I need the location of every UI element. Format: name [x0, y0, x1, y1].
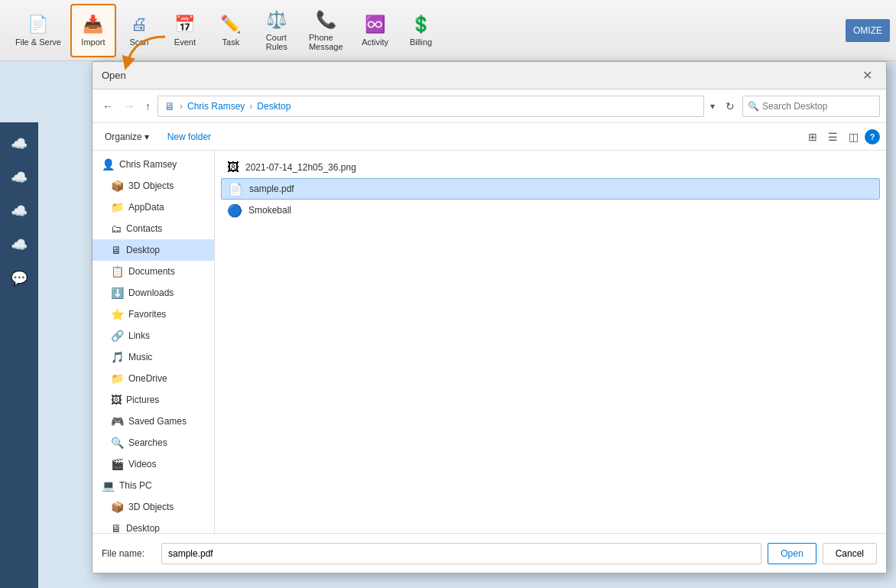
- task-icon: ✏️: [220, 15, 241, 34]
- sidebar-item-documents[interactable]: 📋 Documents: [93, 261, 214, 282]
- sidebar-label-music: Music: [128, 352, 152, 362]
- sidebar-item-searches[interactable]: 🔍 Searches: [93, 432, 214, 453]
- thispc-3d-icon: 📦: [111, 501, 124, 513]
- links-icon: 🔗: [111, 330, 124, 342]
- scan-icon: 🖨: [131, 15, 148, 34]
- sidebar-item-appdata[interactable]: 📁 AppData: [93, 197, 214, 218]
- toolbar-label-event: Event: [174, 37, 196, 47]
- filename-input[interactable]: [161, 543, 761, 564]
- sidebar-item-links[interactable]: 🔗 Links: [93, 325, 214, 346]
- filename-label: File name:: [102, 548, 155, 559]
- nav-forward-button[interactable]: →: [120, 98, 138, 115]
- favorites-icon: ⭐: [111, 308, 124, 320]
- screenshot-file-icon: 🖼: [227, 161, 239, 174]
- modal-body: 👤 Chris Ramsey 📦 3D Objects 📁 AppData 🗂 …: [93, 151, 886, 533]
- sidebar-label-searches: Searches: [128, 437, 167, 448]
- toolbar: 📄 File & Serve 📥 Import 🖨 Scan 📅 Event ✏…: [0, 0, 896, 61]
- sidebar-item-3d-objects[interactable]: 📦 3D Objects: [93, 175, 214, 197]
- saved-games-icon: 🎮: [111, 415, 124, 427]
- sidebar-item-saved-games[interactable]: 🎮 Saved Games: [93, 411, 214, 432]
- address-dropdown-button[interactable]: ▾: [707, 99, 718, 113]
- modal-titlebar: Open ✕: [93, 62, 886, 89]
- sidebar-item-contacts[interactable]: 🗂 Contacts: [93, 218, 214, 239]
- modal-footer: File name: Open Cancel: [93, 533, 886, 573]
- refresh-button[interactable]: ↻: [721, 98, 739, 115]
- open-button[interactable]: Open: [768, 543, 816, 564]
- toolbar-item-task[interactable]: ✏️ Task: [208, 4, 254, 57]
- toolbar-item-import[interactable]: 📥 Import: [70, 4, 116, 57]
- documents-icon: 📋: [111, 265, 124, 278]
- toolbar-item-file-serve[interactable]: 📄 File & Serve: [6, 4, 70, 57]
- this-pc-icon: 💻: [102, 479, 115, 492]
- sidebar-label-thispc-3d: 3D Objects: [128, 502, 174, 512]
- organize-button[interactable]: Organize ▾: [99, 129, 155, 145]
- new-folder-button[interactable]: New folder: [161, 129, 217, 145]
- view-preview-button[interactable]: ◫: [844, 128, 863, 145]
- address-path[interactable]: 🖥 › Chris Ramsey › Desktop: [157, 96, 704, 117]
- sidebar-label-onedrive: OneDrive: [128, 373, 167, 384]
- sidebar-label-desktop: Desktop: [126, 245, 160, 255]
- modal-close-button[interactable]: ✕: [858, 67, 877, 84]
- toolbar-customize[interactable]: OMIZE: [846, 19, 890, 42]
- sidebar-item-downloads[interactable]: ⬇️ Downloads: [93, 282, 214, 304]
- sidebar-item-this-pc[interactable]: 💻 This PC: [93, 475, 214, 496]
- smokeball-file-icon: 🔵: [227, 203, 242, 218]
- nav-back-button[interactable]: ←: [99, 98, 117, 115]
- left-icon-cloud-1[interactable]: ☁️: [4, 128, 34, 159]
- file-area: 🖼 2021-07-14_12h05_36.png 📄 sample.pdf 🔵…: [215, 151, 886, 533]
- help-button[interactable]: ?: [865, 129, 880, 145]
- view-grid-button[interactable]: ⊞: [803, 128, 822, 145]
- pdf-file-icon: 📄: [228, 182, 243, 197]
- view-details-button[interactable]: ☰: [823, 128, 842, 145]
- view-buttons: ⊞ ☰ ◫ ?: [803, 128, 880, 145]
- toolbar-item-phone-message[interactable]: 📞 PhoneMessage: [300, 4, 352, 57]
- left-icon-chat[interactable]: 💬: [4, 263, 34, 294]
- downloads-icon: ⬇️: [111, 287, 124, 299]
- modal-title: Open: [102, 70, 858, 81]
- toolbar-item-billing[interactable]: 💲 Billing: [398, 4, 444, 57]
- toolbar-label-scan: Scan: [129, 37, 148, 47]
- path-user-link[interactable]: Chris Ramsey: [187, 101, 245, 112]
- toolbar-item-event[interactable]: 📅 Event: [162, 4, 208, 57]
- open-dialog: Open ✕ ← → ↑ 🖥 › Chris Ramsey › Desktop …: [92, 61, 887, 573]
- sidebar-item-onedrive[interactable]: 📁 OneDrive: [93, 368, 214, 389]
- toolbar-label-file-serve: File & Serve: [15, 37, 61, 47]
- sidebar-item-desktop[interactable]: 🖥 Desktop: [93, 239, 214, 261]
- onedrive-icon: 📁: [111, 372, 124, 385]
- phone-message-icon: 📞: [316, 10, 336, 30]
- nav-up-button[interactable]: ↑: [141, 98, 154, 115]
- toolbar-label-import: Import: [81, 37, 105, 47]
- file-item-screenshot[interactable]: 🖼 2021-07-14_12h05_36.png: [221, 157, 880, 178]
- sidebar-item-pictures[interactable]: 🖼 Pictures: [93, 389, 214, 411]
- contacts-icon: 🗂: [111, 223, 122, 235]
- sidebar-item-videos[interactable]: 🎬 Videos: [93, 453, 214, 475]
- sidebar-label-chris-ramsey: Chris Ramsey: [119, 159, 177, 170]
- billing-icon: 💲: [411, 15, 431, 34]
- sidebar-label-thispc-desktop: Desktop: [126, 523, 160, 533]
- sidebar-item-thispc-desktop[interactable]: 🖥 Desktop: [93, 518, 214, 533]
- left-icons-bar: ☁️ ☁️ ☁️ ☁️ 💬: [0, 122, 38, 588]
- sidebar-label-saved-games: Saved Games: [128, 416, 187, 427]
- toolbar-item-court-rules[interactable]: ⚖️ CourtRules: [254, 4, 300, 57]
- left-icon-cloud-3[interactable]: ☁️: [4, 196, 34, 226]
- path-desktop-link[interactable]: Desktop: [257, 101, 291, 112]
- desktop-icon: 🖥: [111, 244, 122, 256]
- cancel-button[interactable]: Cancel: [823, 543, 877, 564]
- toolbar-item-scan[interactable]: 🖨 Scan: [116, 4, 162, 57]
- address-bar: ← → ↑ 🖥 › Chris Ramsey › Desktop ▾ ↻ 🔍: [93, 89, 886, 123]
- sidebar-label-contacts: Contacts: [126, 223, 162, 234]
- left-icon-cloud-2[interactable]: ☁️: [4, 162, 34, 193]
- sidebar-item-thispc-3d[interactable]: 📦 3D Objects: [93, 496, 214, 518]
- thispc-desktop-icon: 🖥: [111, 522, 122, 533]
- sidebar-item-favorites[interactable]: ⭐ Favorites: [93, 304, 214, 325]
- searches-icon: 🔍: [111, 437, 124, 449]
- search-input[interactable]: [762, 101, 875, 112]
- toolbar-item-activity[interactable]: ♾️ Activity: [352, 4, 398, 57]
- file-item-sample-pdf[interactable]: 📄 sample.pdf: [221, 178, 880, 200]
- sidebar-item-chris-ramsey[interactable]: 👤 Chris Ramsey: [93, 154, 214, 175]
- file-item-smokeball[interactable]: 🔵 Smokeball: [221, 200, 880, 221]
- organize-label: Organize: [105, 132, 142, 142]
- sidebar-item-music[interactable]: 🎵 Music: [93, 346, 214, 368]
- left-icon-cloud-4[interactable]: ☁️: [4, 229, 34, 260]
- sidebar-list: 👤 Chris Ramsey 📦 3D Objects 📁 AppData 🗂 …: [93, 151, 214, 533]
